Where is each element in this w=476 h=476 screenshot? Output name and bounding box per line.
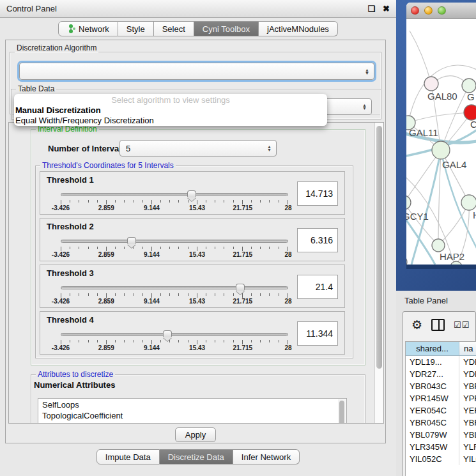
cell-shared-name[interactable]: YDR27... — [406, 368, 459, 380]
slider-track[interactable] — [61, 286, 288, 289]
threshold-block: Threshold 2-3.4262.8599.14415.4321.71528… — [40, 218, 345, 261]
slider-track[interactable] — [61, 193, 288, 196]
interval-definition-group: Interval Definition Number of Intervals … — [31, 129, 365, 365]
close-icon[interactable]: ✖ — [383, 4, 390, 13]
slider-handle[interactable] — [187, 190, 196, 197]
zoom-traffic-light-icon[interactable] — [438, 6, 446, 15]
threshold-value-field[interactable]: 6.316 — [297, 228, 338, 252]
slider-handle[interactable] — [127, 237, 136, 244]
cell-name[interactable]: YDR2 — [459, 368, 476, 380]
tab-select[interactable]: Select — [154, 21, 194, 36]
table-row[interactable]: YPR145WYPR1 — [406, 392, 476, 404]
attributes-list-scrollbar[interactable] — [338, 399, 346, 424]
dropdown-hint-item[interactable]: Select algorithm to view settings — [14, 95, 327, 105]
cell-name[interactable]: YER0 — [459, 404, 476, 417]
table-row[interactable]: YBR045CYBR0 — [406, 417, 476, 429]
scrollbar-thumb[interactable] — [339, 401, 344, 424]
cell-name[interactable]: YBR0 — [459, 417, 476, 429]
attribute-list-item[interactable]: BetweennessCentrality — [42, 422, 346, 424]
tab-cyni-toolbox[interactable]: Cyni Toolbox — [194, 21, 259, 36]
tab-style[interactable]: Style — [118, 21, 154, 36]
tab-discretize-data[interactable]: Discretize Data — [160, 449, 233, 464]
cell-shared-name[interactable]: YBR045C — [406, 417, 459, 429]
cell-name[interactable]: YPR1 — [459, 392, 476, 404]
axis-tick-label: 2.859 — [98, 204, 114, 211]
table-row[interactable]: YER054CYER0 — [406, 404, 476, 417]
cell-shared-name[interactable]: YBR043C — [406, 380, 459, 392]
network-node-h[interactable] — [461, 195, 476, 210]
slider-handle[interactable] — [163, 330, 172, 337]
number-of-intervals-value: 5 — [126, 144, 130, 153]
tab-infer-network[interactable]: Infer Network — [233, 449, 300, 464]
threshold-value-field[interactable]: 14.713 — [297, 181, 338, 206]
close-traffic-light-icon[interactable] — [411, 6, 419, 15]
cell-name[interactable]: YBL0 — [459, 429, 476, 441]
scrollbar-thumb[interactable] — [376, 126, 382, 369]
column-header-shared-name[interactable]: shared... — [406, 342, 459, 355]
cell-name[interactable]: YLR3 — [459, 441, 476, 453]
split-columns-icon[interactable] — [431, 319, 445, 331]
threshold-label: Threshold 3 — [47, 268, 94, 278]
select-columns-checkboxes-icon[interactable]: ☑☑ — [454, 320, 470, 330]
table-row[interactable]: YBR043CYBR0 — [406, 380, 476, 392]
axis-tick-label: -3.426 — [52, 298, 70, 305]
tab-network[interactable]: Network — [58, 21, 118, 36]
table-row[interactable]: YIL052CYIL0 — [406, 453, 476, 465]
dropdown-option-manual[interactable]: Manual Discretization — [14, 105, 327, 116]
tab-jactivemnodules[interactable]: jActiveMNodules — [259, 21, 338, 36]
network-node-label: G — [467, 91, 475, 102]
network-node-gcy1[interactable] — [406, 196, 411, 210]
gear-icon[interactable]: ⚙ — [411, 319, 422, 331]
cell-name[interactable]: YIL0 — [459, 453, 476, 465]
axis-tick-label: -3.426 — [52, 204, 70, 211]
threshold-value-field[interactable]: 21.4 — [297, 275, 338, 299]
slider-handle[interactable] — [236, 284, 245, 291]
table-row[interactable]: YDL19...YDL1 — [406, 356, 476, 368]
slider-axis-labels: -3.4262.8599.14415.4321.71528 — [61, 204, 288, 212]
settings-vertical-scrollbar[interactable] — [374, 123, 383, 423]
network-canvas[interactable]: GAL80GCGAL11GAL4GCY1HHAP2 — [406, 19, 476, 265]
network-node-gal80[interactable] — [424, 77, 438, 91]
apply-button[interactable]: Apply — [175, 427, 216, 442]
network-node-c[interactable] — [464, 105, 476, 120]
slider-track[interactable] — [61, 333, 288, 336]
dropdown-option-equal-width[interactable]: Equal Width/Frequency Discretization — [14, 116, 327, 126]
cell-shared-name[interactable]: YBL079W — [406, 429, 459, 441]
slider-track[interactable] — [61, 240, 288, 243]
attribute-list-item[interactable]: TopologicalCoefficient — [42, 411, 346, 422]
table-row[interactable]: YDR27...YDR2 — [406, 368, 476, 380]
cell-shared-name[interactable]: YPR145W — [406, 392, 459, 404]
network-node[interactable] — [406, 256, 407, 265]
network-node-hap2[interactable] — [432, 239, 445, 252]
network-node-label: C — [470, 119, 476, 130]
network-node-label: H — [473, 210, 476, 220]
number-of-intervals-combobox[interactable]: 5 ▲▼ — [119, 140, 277, 157]
column-header-name[interactable]: na — [459, 342, 476, 355]
group-label: Threshold's Coordinates for 5 Intervals — [40, 161, 176, 170]
network-node-gal4[interactable] — [432, 141, 450, 159]
tab-impute-data[interactable]: Impute Data — [96, 449, 160, 464]
cell-shared-name[interactable]: YER054C — [406, 404, 459, 417]
cell-name[interactable]: YBR0 — [459, 380, 476, 392]
minimize-traffic-light-icon[interactable] — [424, 6, 433, 15]
axis-tick-label: 15.43 — [189, 204, 205, 211]
algorithm-combobox[interactable]: ▲▼ — [19, 63, 374, 80]
numerical-attributes-list[interactable]: SelfLoopsTopologicalCoefficientBetweenne… — [38, 398, 347, 424]
node-attribute-table[interactable]: shared... na YDL19...YDL1YDR27...YDR2YBR… — [405, 341, 476, 476]
network-node-label: HAP2 — [440, 251, 464, 262]
cell-shared-name[interactable]: YIL052C — [406, 453, 459, 465]
cell-shared-name[interactable]: YLR345W — [406, 441, 459, 453]
threshold-sliders-container: Threshold 1-3.4262.8599.14415.4321.71528… — [36, 171, 345, 358]
cell-shared-name[interactable]: YDL19... — [406, 356, 459, 368]
cell-name[interactable]: YDL1 — [459, 356, 476, 368]
axis-tick-label: 9.144 — [144, 251, 160, 258]
spinner-arrows-icon: ▲▼ — [362, 104, 367, 110]
table-row[interactable]: YBL079WYBL0 — [406, 429, 476, 441]
axis-tick-label: 28 — [284, 298, 291, 305]
number-of-intervals-label: Number of Intervals — [48, 144, 126, 153]
attribute-list-item[interactable]: SelfLoops — [42, 400, 346, 411]
network-node-g[interactable] — [462, 79, 476, 93]
table-row[interactable]: YLR345WYLR3 — [406, 441, 476, 453]
float-window-icon[interactable]: ❑ — [367, 4, 375, 13]
threshold-value-field[interactable]: 11.344 — [297, 321, 338, 346]
